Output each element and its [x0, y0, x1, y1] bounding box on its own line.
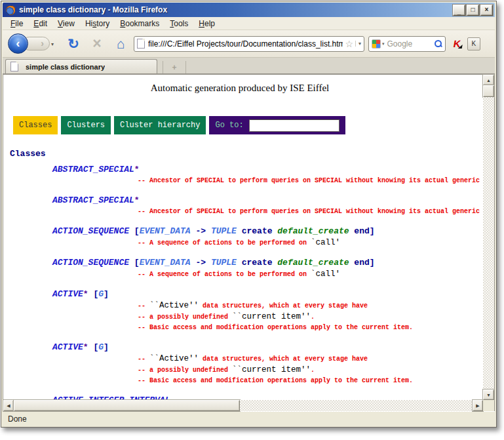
- page-content: Automatic generation produced by ISE Eif…: [3, 75, 483, 400]
- menu-history[interactable]: History: [80, 18, 115, 30]
- new-tab-button[interactable]: +: [163, 61, 186, 73]
- page-title: Automatic generation produced by ISE Eif…: [10, 83, 483, 94]
- vertical-scroll-track[interactable]: [483, 97, 494, 390]
- menu-edit[interactable]: Edit: [28, 18, 52, 30]
- class-comment: -- Ancestor of SPECIAL to perform querie…: [10, 207, 483, 217]
- clusters-button[interactable]: Clusters: [61, 116, 111, 134]
- classes-button[interactable]: Classes: [13, 116, 58, 134]
- class-link[interactable]: ACTIVE: [52, 342, 83, 352]
- goto-input[interactable]: [249, 119, 339, 132]
- scroll-left-button[interactable]: ◀: [3, 400, 14, 411]
- url-bar[interactable]: ☆ ▾: [134, 36, 364, 52]
- goto-box: Go to:: [209, 116, 345, 134]
- search-input[interactable]: [387, 39, 434, 49]
- generic-param-link[interactable]: EVENT_DATA: [140, 258, 191, 268]
- menu-tools[interactable]: Tools: [165, 18, 193, 30]
- class-comment: -- Basic access and modification operati…: [10, 376, 483, 386]
- scrollbar-corner: [483, 400, 494, 411]
- close-button[interactable]: ×: [480, 5, 493, 16]
- url-input[interactable]: [148, 39, 343, 49]
- vertical-scroll-thumb[interactable]: [483, 85, 494, 97]
- home-icon: ⌂: [117, 36, 125, 51]
- bookmark-star-icon[interactable]: ☆: [345, 39, 353, 49]
- classes-heading: Classes: [10, 149, 483, 159]
- class-entry: ABSTRACT_SPECIAL* -- Ancestor of SPECIAL…: [10, 164, 483, 186]
- generic-param-link[interactable]: G: [98, 289, 104, 299]
- generic-param-link[interactable]: TUPLE: [211, 226, 237, 236]
- menu-help[interactable]: Help: [193, 18, 220, 30]
- generic-param-link[interactable]: EVENT_DATA: [140, 226, 191, 236]
- tab-bar: simple class dictionary +: [3, 58, 495, 74]
- class-link[interactable]: ACTIVE_INTEGER_INTERVAL: [52, 395, 170, 400]
- stop-button[interactable]: ×: [88, 35, 106, 52]
- menu-view[interactable]: View: [52, 18, 80, 30]
- minimize-button[interactable]: _: [453, 5, 465, 16]
- class-comment: -- ``Active'' data structures, which at …: [10, 353, 483, 365]
- tab-label: simple class dictionary: [26, 63, 105, 71]
- scroll-down-button[interactable]: ▼: [483, 390, 494, 400]
- forward-icon: ›: [41, 38, 44, 49]
- maximize-button[interactable]: □: [467, 5, 479, 16]
- home-button[interactable]: ⌂: [111, 36, 130, 52]
- google-logo-icon: [372, 39, 381, 49]
- horizontal-scroll-thumb[interactable]: [14, 400, 240, 411]
- class-comment: -- ``Active'' data structures, which at …: [10, 300, 483, 311]
- scroll-down-icon: ▼: [486, 393, 491, 397]
- class-list: ABSTRACT_SPECIAL* -- Ancestor of SPECIAL…: [10, 164, 483, 400]
- class-entry: ACTIVE_INTEGER_INTERVAL: [10, 395, 483, 400]
- navigation-toolbar: › ‹ ▾ ↻ × ⌂ ☆ ▾ ▾ K K: [3, 30, 495, 58]
- status-bar: Done: [3, 411, 495, 426]
- scroll-up-icon: ▲: [486, 78, 491, 83]
- menu-file[interactable]: File: [5, 18, 28, 30]
- back-forward-cluster: › ‹ ▾: [7, 33, 62, 55]
- class-link[interactable]: ABSTRACT_SPECIAL: [52, 165, 134, 174]
- class-link[interactable]: ABSTRACT_SPECIAL: [52, 195, 134, 205]
- horizontal-scrollbar[interactable]: ◀ ▶: [3, 400, 483, 411]
- stop-icon: ×: [92, 35, 101, 52]
- menu-bar: File Edit View History Bookmarks Tools H…: [3, 17, 495, 30]
- back-icon: ‹: [16, 37, 20, 49]
- generic-param-link[interactable]: TUPLE: [211, 258, 237, 268]
- class-entry: ACTION_SEQUENCE [EVENT_DATA -> TUPLE cre…: [10, 226, 483, 249]
- scroll-left-icon: ◀: [7, 403, 10, 408]
- scroll-right-icon: ▶: [476, 403, 479, 408]
- class-entry: ACTIVE* [G] -- ``Active'' data structure…: [10, 289, 483, 333]
- class-entry: ACTIVE* [G] -- ``Active'' data structure…: [10, 342, 483, 386]
- class-comment: -- a possibly undefined ``current item''…: [10, 311, 483, 323]
- class-link[interactable]: ACTIVE: [52, 289, 83, 299]
- horizontal-scroll-track[interactable]: [240, 400, 473, 411]
- kaspersky-icon[interactable]: K: [453, 38, 462, 49]
- tab-simple-class-dictionary[interactable]: simple class dictionary: [5, 59, 157, 73]
- scroll-right-button[interactable]: ▶: [473, 400, 483, 411]
- cluster-hierarchy-button[interactable]: Cluster hierarchy: [114, 116, 206, 134]
- menu-bookmarks[interactable]: Bookmarks: [115, 18, 165, 30]
- vertical-scrollbar[interactable]: ▲ ▼: [483, 75, 494, 400]
- url-dropdown-icon[interactable]: ▾: [355, 41, 361, 47]
- history-dropdown-icon[interactable]: ▾: [51, 41, 54, 47]
- scroll-up-button[interactable]: ▲: [483, 75, 494, 85]
- k-extension-button[interactable]: K: [467, 37, 480, 50]
- back-button[interactable]: ‹: [8, 33, 28, 54]
- class-comment: -- a possibly undefined ``current item''…: [10, 365, 483, 376]
- browser-window: simple class dictionary - Mozilla Firefo…: [1, 1, 497, 428]
- class-comment: -- Ancestor of SPECIAL to perform querie…: [10, 176, 483, 186]
- search-magnifier-icon[interactable]: [434, 39, 442, 48]
- class-link[interactable]: ACTION_SEQUENCE: [52, 226, 129, 236]
- feature-link[interactable]: default_create: [277, 258, 349, 268]
- generic-param-link[interactable]: G: [98, 342, 104, 352]
- search-engine-dropdown-icon[interactable]: ▾: [382, 41, 385, 47]
- class-entry: ACTION_SEQUENCE [EVENT_DATA -> TUPLE cre…: [10, 257, 483, 280]
- class-link[interactable]: ACTION_SEQUENCE: [52, 258, 129, 268]
- new-tab-icon: +: [172, 63, 176, 72]
- content-wrapper: Automatic generation produced by ISE Eif…: [3, 74, 495, 411]
- feature-link[interactable]: default_create: [277, 226, 349, 236]
- goto-label: Go to:: [215, 121, 243, 130]
- firefox-icon: [6, 5, 16, 15]
- reload-icon: ↻: [68, 36, 79, 51]
- class-entry: ABSTRACT_SPECIAL* -- Ancestor of SPECIAL…: [10, 195, 483, 217]
- reload-button[interactable]: ↻: [64, 36, 83, 52]
- class-comment: -- A sequence of actions to be performed…: [10, 237, 483, 249]
- title-bar[interactable]: simple class dictionary - Mozilla Firefo…: [3, 3, 495, 17]
- window-title: simple class dictionary - Mozilla Firefo…: [19, 5, 452, 14]
- search-box[interactable]: ▾: [368, 36, 446, 52]
